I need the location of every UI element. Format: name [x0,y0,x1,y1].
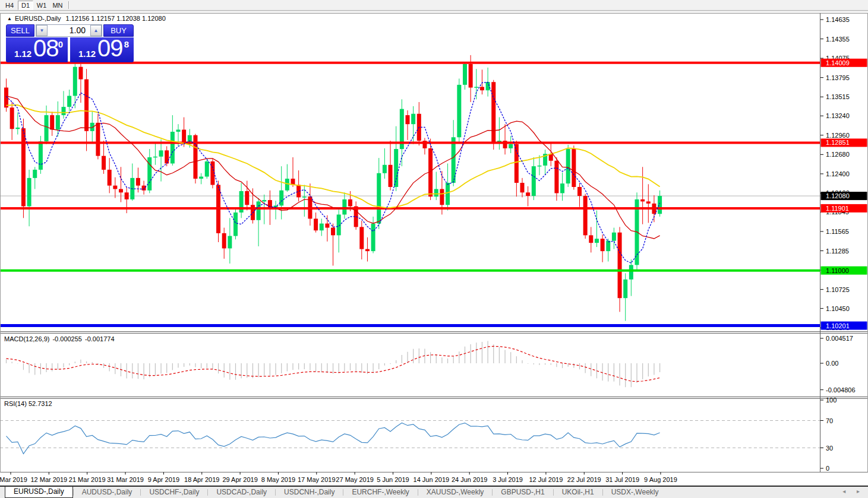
chart-title: ▲EURUSD-,Daily1.12156 1.12157 1.12038 1.… [7,15,166,22]
svg-text:18 Apr 2019: 18 Apr 2019 [184,476,219,483]
svg-text:30: 30 [826,445,833,452]
svg-text:21 Mar 2019: 21 Mar 2019 [69,476,106,483]
chart-window: 1.146351.143551.140751.137951.135151.132… [0,13,868,486]
svg-text:1.11285: 1.11285 [826,248,849,255]
sell-price-display[interactable]: 1.12 08 0 [6,37,68,62]
chart-tab-usdchf-daily[interactable]: USDCHF-,Daily [141,487,207,498]
buy-price-big: 09 [97,35,123,62]
timeframe-button-h4[interactable]: H4 [2,1,17,10]
svg-text:5 Jun 2019: 5 Jun 2019 [377,476,409,483]
svg-text:1.14635: 1.14635 [826,16,850,23]
svg-text:31 Jul 2019: 31 Jul 2019 [605,476,639,483]
svg-text:1.14009: 1.14009 [826,59,850,66]
sell-price-pip: 0 [58,39,63,49]
tab-scroll-right-icon[interactable]: ▸ [857,488,860,494]
timeframe-toolbar: H4D1W1MN [0,0,868,11]
svg-text:1.11000: 1.11000 [826,267,849,274]
svg-text:12 Jul 2019: 12 Jul 2019 [529,476,563,483]
svg-text:1.11901: 1.11901 [826,205,849,212]
chart-tab-usdx-weekly[interactable]: USDX-,Weekly [603,487,667,498]
svg-text:-0.004806: -0.004806 [826,386,856,394]
svg-text:1.12680: 1.12680 [826,151,850,158]
chart-tab-audusd-daily[interactable]: AUDUSD-,Daily [74,487,141,498]
collapse-chart-icon[interactable]: ▲ [7,16,12,21]
sell-price-big: 08 [33,35,59,62]
svg-text:0.00: 0.00 [826,360,838,367]
svg-text:1.11565: 1.11565 [826,228,849,235]
svg-text:1.10450: 1.10450 [826,305,850,312]
tab-scroll-arrows: ◂ ▸ [833,488,860,494]
svg-text:27 May 2019: 27 May 2019 [336,476,374,483]
timeframe-button-mn[interactable]: MN [50,1,65,10]
svg-text:12 Mar 2019: 12 Mar 2019 [30,476,67,483]
svg-text:1.13240: 1.13240 [826,112,850,119]
svg-text:24 Jun 2019: 24 Jun 2019 [452,476,488,483]
chart-tab-eurusd-daily[interactable]: EURUSD-,Daily [5,487,73,498]
buy-price-pip: 8 [124,39,129,49]
svg-text:31 Mar 2019: 31 Mar 2019 [107,476,144,483]
rsi-indicator-label: RSI(14) 52.7312 [4,400,55,407]
svg-text:17 May 2019: 17 May 2019 [298,476,336,483]
svg-text:0.004517: 0.004517 [826,335,853,342]
chart-tab-bar: ◂ ▸ EURUSD-,DailyAUDUSD-,DailyUSDCHF-,Da… [0,486,868,498]
macd-value-signal: -0.001774 [85,335,115,342]
toolbar-separator [68,1,70,9]
svg-text:1.12851: 1.12851 [826,139,850,146]
chart-tab-usdcnh-daily[interactable]: USDCNH-,Daily [276,487,343,498]
mt4-terminal: { "toolbar": { "buttons": [ {"label": "H… [0,0,868,498]
svg-text:100: 100 [826,397,837,404]
svg-text:9 Apr 2019: 9 Apr 2019 [148,476,179,483]
macd-indicator-label: MACD(12,26,9)-0.000255-0.001774 [4,335,118,342]
chart-tab-gbpusd-h1[interactable]: GBPUSD-,H1 [493,487,553,498]
svg-text:14 Jun 2019: 14 Jun 2019 [414,476,450,483]
chart-symbol-label: EURUSD-,Daily [15,15,61,22]
macd-name: MACD(12,26,9) [4,335,49,342]
macd-value-main: -0.000255 [52,335,82,342]
rsi-name-value: RSI(14) 52.7312 [4,400,52,407]
chart-tab-usdcad-daily[interactable]: USDCAD-,Daily [208,487,275,498]
one-click-trade-panel: SELL ▼ 1.00 ▲ BUY 1.12 08 0 1.12 09 8 [6,24,134,62]
timeframe-button-w1[interactable]: W1 [34,1,49,10]
svg-text:8 May 2019: 8 May 2019 [261,476,295,483]
svg-text:1.13515: 1.13515 [826,93,850,100]
sell-button[interactable]: SELL [6,24,34,37]
buy-price-prefix: 1.12 [78,49,96,59]
chart-tab-eurchf-weekly[interactable]: EURCHF-,Weekly [343,487,417,498]
chart-ohlc-values: 1.12156 1.12157 1.12038 1.12080 [66,15,166,22]
svg-text:70: 70 [826,417,833,424]
svg-text:1.14355: 1.14355 [826,36,850,43]
svg-text:1.10725: 1.10725 [826,286,850,293]
sell-price-prefix: 1.12 [14,49,31,59]
timeframe-button-d1[interactable]: D1 [18,1,33,10]
svg-text:1.12080: 1.12080 [826,192,850,199]
svg-text:1.13795: 1.13795 [826,74,850,81]
svg-text:9 Aug 2019: 9 Aug 2019 [644,476,677,483]
price-chart[interactable]: 1.146351.143551.140751.137951.135151.132… [0,13,868,486]
chart-tab-ukoil-h1[interactable]: UKOil-,H1 [554,487,602,498]
svg-text:1.12400: 1.12400 [826,170,850,177]
svg-text:0: 0 [826,465,829,472]
svg-text:22 Jul 2019: 22 Jul 2019 [567,476,601,483]
buy-price-display[interactable]: 1.12 09 8 [70,37,134,62]
svg-text:29 Apr 2019: 29 Apr 2019 [222,476,257,483]
svg-text:1.12960: 1.12960 [826,132,850,139]
svg-text:1.10201: 1.10201 [826,322,850,329]
chart-tab-xauusd-weekly[interactable]: XAUUSD-,Weekly [418,487,492,498]
tab-scroll-left-icon[interactable]: ◂ [842,488,845,494]
svg-text:3 Jul 2019: 3 Jul 2019 [493,476,523,483]
svg-text:3 Mar 2019: 3 Mar 2019 [0,476,27,483]
